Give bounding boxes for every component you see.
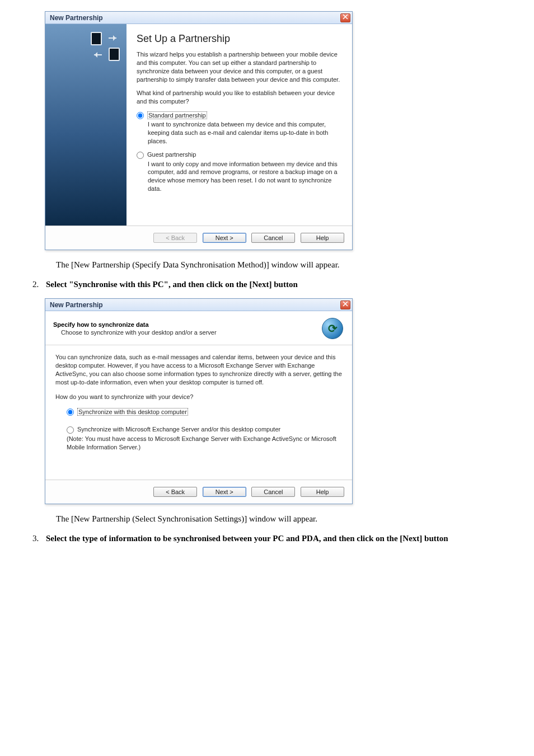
step-3: 3. Select the type of information to be … [32, 534, 512, 543]
option-label: Standard partnership [147, 111, 207, 119]
next-button[interactable]: Next > [203, 487, 246, 497]
sync-question: How do you want to synchronize with your… [55, 393, 342, 401]
wizard-content: Set Up a Partnership This wizard helps y… [127, 24, 352, 226]
option-guest-partnership[interactable]: Guest partnership [137, 151, 342, 159]
step-2: 2. Select "Synchronise with this PC", an… [32, 280, 512, 289]
help-button[interactable]: Help [301, 487, 344, 497]
wizard-sidebar [45, 24, 127, 226]
sync-globe-icon: ⟳ [321, 317, 344, 340]
sync-devices-icon [91, 32, 120, 61]
wizard-question: What kind of partnership would you like … [137, 89, 342, 106]
option-label: Synchronize with this desktop computer [77, 408, 188, 416]
button-bar: < Back Next > Cancel Help [45, 226, 352, 250]
button-bar: < Back Next > Cancel Help [45, 480, 352, 504]
titlebar[interactable]: New Partnership [45, 12, 352, 24]
header-title: Specify how to synchronize data [53, 321, 315, 328]
step-number: 3. [32, 534, 46, 543]
page-number: Page 167 [479, 754, 506, 756]
radio-guest[interactable] [137, 152, 144, 159]
close-icon[interactable] [340, 300, 350, 309]
step-number: 2. [32, 280, 46, 289]
titlebar[interactable]: New Partnership [45, 299, 352, 311]
cancel-button[interactable]: Cancel [251, 233, 295, 243]
instruction-text: The [New Partnership (Specify Data Synch… [56, 260, 512, 270]
back-button: < Back [153, 233, 197, 243]
wizard-heading: Set Up a Partnership [137, 33, 342, 45]
option-guest-desc: I want to only copy and move information… [148, 160, 342, 193]
option-standard-desc: I want to synchronize data between my de… [148, 120, 342, 145]
option-exchange-note: (Note: You must have access to Microsoft… [67, 435, 342, 452]
next-button[interactable]: Next > [203, 233, 246, 243]
page-footer: Page 167 [22, 552, 512, 756]
window-title: New Partnership [50, 14, 103, 22]
option-sync-exchange[interactable]: Synchronize with Microsoft Exchange Serv… [67, 426, 342, 434]
instruction-text: The [New Partnership (Select Synchronisa… [56, 514, 512, 524]
help-button[interactable]: Help [301, 233, 344, 243]
dialog-setup-partnership: New Partnership Set Up a Partnership Thi… [45, 11, 353, 250]
close-icon[interactable] [340, 13, 350, 22]
header-subtitle: Choose to synchronize with your desktop … [53, 329, 315, 336]
step-text: Select "Synchronise with this PC", and t… [46, 280, 298, 289]
option-standard-partnership[interactable]: Standard partnership [137, 111, 342, 119]
cancel-button[interactable]: Cancel [251, 487, 295, 497]
wizard-content: You can synchronize data, such as e-mail… [45, 345, 352, 480]
wizard-intro-text: This wizard helps you establish a partne… [137, 50, 342, 83]
step-text: Select the type of information to be syn… [46, 534, 448, 543]
option-sync-desktop[interactable]: Synchronize with this desktop computer [67, 408, 342, 416]
option-label: Synchronize with Microsoft Exchange Serv… [77, 426, 280, 433]
option-label: Guest partnership [147, 151, 196, 158]
sync-description: You can synchronize data, such as e-mail… [55, 353, 342, 386]
window-title: New Partnership [50, 301, 103, 309]
wizard-header: Specify how to synchronize data Choose t… [45, 311, 352, 345]
back-button[interactable]: < Back [153, 487, 197, 497]
dialog-specify-sync: New Partnership Specify how to synchroni… [45, 298, 353, 504]
radio-sync-desktop[interactable] [67, 408, 74, 416]
radio-standard[interactable] [137, 112, 144, 119]
radio-sync-exchange[interactable] [67, 426, 74, 434]
